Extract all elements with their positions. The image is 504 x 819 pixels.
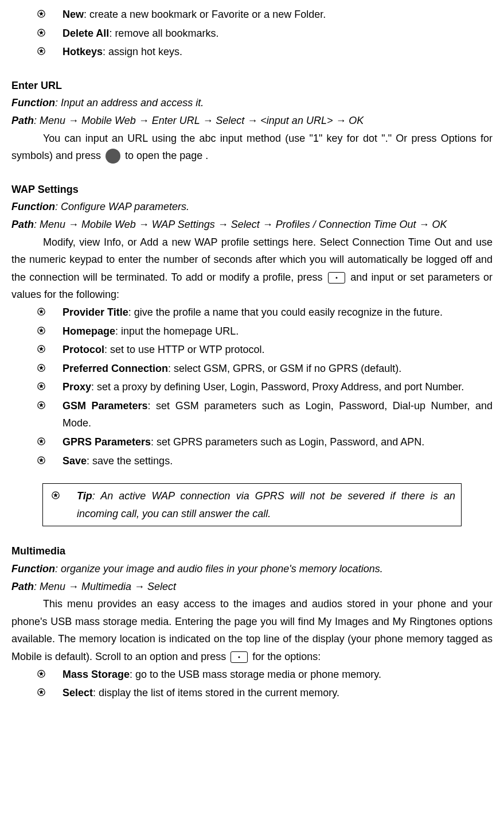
list-item-text: Protocol: set to use HTTP or WTP protoco… bbox=[62, 341, 493, 359]
star-bullet-icon bbox=[37, 364, 45, 372]
list-item-text: Hotkeys: assign hot keys. bbox=[62, 43, 493, 61]
list-item: Homepage: input the homepage URL. bbox=[37, 323, 493, 340]
function-line: Function: Input an address and access it… bbox=[11, 94, 493, 112]
list-item-text: Save: save the settings. bbox=[62, 452, 493, 470]
wap-bullet-list: Provider Title: give the profile a name … bbox=[11, 304, 493, 469]
enter-url-body: You can input an URL using the abc input… bbox=[11, 130, 493, 165]
list-item: New: create a new bookmark or Favorite o… bbox=[37, 6, 493, 24]
top-bullet-list: New: create a new bookmark or Favorite o… bbox=[11, 6, 493, 61]
star-bullet-icon bbox=[37, 456, 45, 464]
list-item: Protocol: set to use HTTP or WTP protoco… bbox=[37, 341, 493, 359]
star-bullet-icon bbox=[37, 345, 45, 353]
list-item: Delete All: remove all bookmarks. bbox=[37, 25, 493, 42]
list-item-text: Homepage: input the homepage URL. bbox=[62, 323, 493, 340]
star-bullet-icon bbox=[37, 437, 45, 445]
star-bullet-icon bbox=[37, 382, 45, 390]
star-bullet-icon bbox=[37, 688, 45, 696]
list-item-text: Select: display the list of items stored… bbox=[62, 684, 493, 702]
list-item-text: Preferred Connection: select GSM, GPRS, … bbox=[62, 360, 493, 378]
path-line: Path: Menu → Mobile Web → WAP Settings →… bbox=[11, 216, 493, 234]
star-bullet-icon bbox=[37, 401, 45, 409]
wap-body: Modify, view Info, or Add a new WAP prof… bbox=[11, 234, 493, 304]
multimedia-bullet-list: Mass Storage: go to the USB mass storage… bbox=[11, 666, 493, 702]
section-heading-wap: WAP Settings bbox=[11, 181, 493, 199]
list-item: Provider Title: give the profile a name … bbox=[37, 304, 493, 321]
star-bullet-icon bbox=[52, 491, 60, 499]
section-heading-enter-url: Enter URL bbox=[11, 77, 493, 95]
soft-key-icon bbox=[328, 272, 345, 284]
star-bullet-icon bbox=[37, 47, 45, 55]
list-item-text: Mass Storage: go to the USB mass storage… bbox=[62, 666, 493, 684]
list-item: Save: save the settings. bbox=[37, 452, 493, 470]
list-item-text: New: create a new bookmark or Favorite o… bbox=[62, 6, 493, 24]
list-item: Hotkeys: assign hot keys. bbox=[37, 43, 493, 61]
soft-key-icon bbox=[230, 651, 248, 663]
star-bullet-icon bbox=[37, 29, 45, 37]
list-item-text: GSM Parameters: set GSM parameters such … bbox=[62, 397, 493, 432]
path-line: Path: Menu → Mobile Web → Enter URL → Se… bbox=[11, 112, 493, 130]
list-item-text: GPRS Parameters: set GPRS parameters suc… bbox=[62, 433, 493, 451]
list-item: Proxy: set a proxy by defining User, Log… bbox=[37, 378, 493, 396]
list-item-text: Provider Title: give the profile a name … bbox=[62, 304, 493, 321]
ok-button-icon: OK bbox=[106, 149, 120, 164]
list-item-text: Proxy: set a proxy by defining User, Log… bbox=[62, 378, 493, 396]
function-line: Function: Configure WAP parameters. bbox=[11, 198, 493, 216]
star-bullet-icon bbox=[37, 327, 45, 335]
list-item: Preferred Connection: select GSM, GPRS, … bbox=[37, 360, 493, 378]
list-item-text: Delete All: remove all bookmarks. bbox=[62, 25, 493, 42]
multimedia-body: This menu provides an easy access to the… bbox=[11, 595, 493, 665]
list-item: GSM Parameters: set GSM parameters such … bbox=[37, 397, 493, 432]
section-heading-multimedia: Multimedia bbox=[11, 542, 493, 560]
function-line: Function: organize your image and audio … bbox=[11, 560, 493, 578]
list-item: Mass Storage: go to the USB mass storage… bbox=[37, 666, 493, 684]
path-line: Path: Menu → Multimedia → Select bbox=[11, 578, 493, 596]
star-bullet-icon bbox=[37, 10, 45, 18]
list-item: GPRS Parameters: set GPRS parameters suc… bbox=[37, 433, 493, 451]
list-item: Select: display the list of items stored… bbox=[37, 684, 493, 702]
tip-box: Tip: An active WAP connection via GPRS w… bbox=[42, 483, 462, 526]
star-bullet-icon bbox=[37, 308, 45, 316]
star-bullet-icon bbox=[37, 670, 45, 678]
